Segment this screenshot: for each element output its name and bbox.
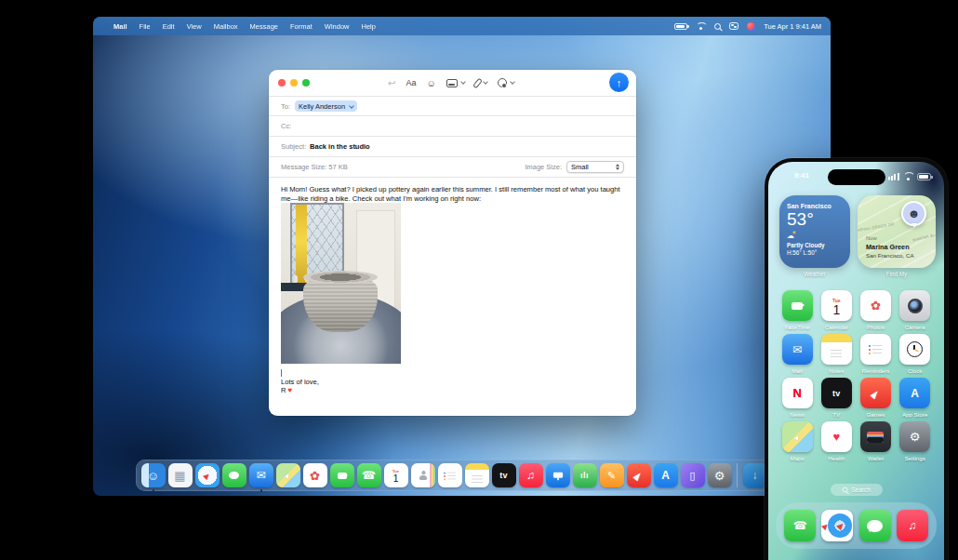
dock-reminders[interactable]	[437, 463, 462, 488]
text-insertion-caret	[281, 369, 282, 377]
dock-maps[interactable]	[275, 463, 300, 488]
message-body[interactable]: Hi Mom! Guess what? I picked up pottery …	[269, 177, 636, 203]
menu-format[interactable]: Format	[290, 22, 313, 31]
iphone-app-calendar[interactable]: Tue1Calendar	[817, 290, 856, 333]
minimize-button[interactable]	[290, 79, 298, 87]
insert-from-iphone-button[interactable]	[498, 78, 514, 87]
menu-window[interactable]: Window	[325, 22, 350, 31]
app-label: Photos	[867, 324, 885, 330]
iphone-app-games[interactable]: Games	[856, 378, 895, 420]
dock-music[interactable]	[518, 463, 543, 488]
attach-button[interactable]	[475, 78, 487, 88]
battery-icon[interactable]	[674, 23, 687, 30]
cc-label: Cc:	[281, 122, 291, 130]
menu-mail[interactable]: Mail	[113, 22, 127, 31]
zoom-button[interactable]	[302, 79, 310, 87]
safari-icon[interactable]: ▶	[821, 510, 853, 541]
cc-field[interactable]: Cc:	[269, 115, 636, 136]
chevron-down-icon	[349, 103, 354, 109]
status-time: 9:41	[794, 171, 809, 180]
iphone-app-camera[interactable]: Camera	[896, 290, 935, 333]
dock-facetime[interactable]	[329, 463, 354, 488]
send-button[interactable]: ↑	[609, 73, 629, 92]
siri-icon[interactable]	[747, 22, 755, 31]
map-street-label: MARINA GREEN DR	[858, 221, 895, 233]
app-label: Clock	[908, 367, 922, 374]
menu-message[interactable]: Message	[250, 22, 278, 31]
menu-help[interactable]: Help	[361, 22, 375, 31]
subject-label: Subject:	[281, 142, 306, 151]
iphone-app-photos[interactable]: Photos	[856, 290, 895, 333]
home-search-pill[interactable]: Search	[831, 484, 883, 496]
recipient-token[interactable]: Kelly Anderson	[295, 100, 357, 112]
dock-appstore[interactable]	[653, 463, 678, 488]
close-button[interactable]	[278, 79, 286, 87]
dock-photos[interactable]	[302, 463, 327, 488]
maps-icon	[276, 463, 300, 487]
menu-bar-clock[interactable]: Tue Apr 1 9:41 AM	[764, 22, 821, 31]
iphone-app-tv[interactable]: TV	[817, 378, 856, 420]
emoji-picker-icon[interactable]: ☺	[426, 78, 435, 88]
image-size-dropdown[interactable]: Small	[566, 161, 624, 173]
menu-view[interactable]: View	[187, 22, 202, 31]
iphone-app-mail[interactable]: Mail	[778, 334, 817, 377]
iphone-app-settings[interactable]: Settings	[896, 421, 935, 464]
findmy-widget[interactable]: MARINA GREEN DR MARINA BLVD ☻ Now Marina…	[858, 195, 936, 268]
dock-phone[interactable]	[356, 463, 381, 488]
message-size-text: Message Size: 57 KB	[281, 163, 348, 171]
menu-mailbox[interactable]: Mailbox	[214, 22, 238, 31]
dock-settings[interactable]	[707, 463, 732, 488]
to-field[interactable]: To: Kelly Anderson	[269, 96, 636, 115]
dock-calendar[interactable]: Tue1	[383, 463, 408, 488]
chevron-down-icon	[510, 79, 515, 85]
app-label: Maps	[791, 455, 805, 461]
mail-compose-window: ↩ Aa ☺ ↑ To: Kelly Anderson Cc: Subject:…	[269, 70, 636, 416]
menu-file[interactable]: File	[140, 22, 151, 31]
dock-numbers[interactable]	[572, 463, 597, 488]
iphone-app-appstore[interactable]: App Store	[896, 378, 935, 420]
iphone-app-health[interactable]: Health	[817, 421, 856, 464]
dock-separator	[737, 463, 738, 487]
dock-pages[interactable]	[599, 463, 624, 488]
signature-line1: Lots of love,	[281, 378, 319, 386]
app-label: Calendar	[825, 324, 848, 330]
iphone-app-facetime[interactable]: FaceTime	[778, 290, 817, 333]
photo-browser-button[interactable]	[446, 79, 465, 87]
iphone-app-maps[interactable]: Maps	[778, 421, 817, 464]
dock-keynote[interactable]	[545, 463, 570, 488]
iphone-app-clock[interactable]: Clock	[896, 334, 935, 377]
dock-launchpad[interactable]	[167, 463, 193, 488]
search-icon	[843, 487, 848, 492]
size-row: Message Size: 57 KB Image Size: Small	[269, 156, 636, 177]
dock-finder[interactable]	[140, 463, 166, 488]
undo-icon[interactable]: ↩	[388, 78, 395, 88]
dock-iphone-mirroring[interactable]	[680, 463, 705, 488]
messages-icon[interactable]	[859, 510, 891, 541]
subject-field[interactable]: Subject: Back in the studio	[269, 136, 636, 156]
pages-icon	[600, 463, 624, 487]
music-icon[interactable]	[897, 510, 928, 541]
pottery-photo[interactable]	[281, 203, 401, 364]
wifi-icon[interactable]	[696, 22, 706, 31]
dock-games[interactable]	[626, 463, 651, 488]
control-center-icon[interactable]	[729, 22, 738, 30]
weather-widget[interactable]: San Francisco 53° ☁☀ Partly Cloudy H:56°…	[779, 195, 850, 268]
iphone-app-notes[interactable]: Notes	[817, 334, 856, 377]
iphone-app-wallet[interactable]: Wallet	[856, 421, 895, 464]
spotlight-search-icon[interactable]	[714, 23, 721, 30]
dock-notes[interactable]	[464, 463, 489, 488]
iphone-app-news[interactable]: News	[778, 378, 817, 420]
iphone-app-reminders[interactable]: Reminders	[856, 334, 895, 377]
dock-messages[interactable]	[221, 463, 246, 488]
calendar-day: 1	[832, 303, 840, 316]
dock-mail[interactable]	[248, 463, 273, 488]
dock-downloads[interactable]	[742, 463, 767, 488]
dock-tv[interactable]	[491, 463, 516, 488]
menu-edit[interactable]: Edit	[163, 22, 175, 31]
search-label: Search	[851, 487, 871, 493]
signature[interactable]: Lots of love, R ♥	[281, 378, 319, 395]
format-button[interactable]: Aa	[406, 78, 416, 87]
dock-contacts[interactable]	[410, 463, 435, 488]
dock-safari[interactable]	[194, 463, 220, 488]
phone-icon[interactable]	[784, 510, 816, 541]
